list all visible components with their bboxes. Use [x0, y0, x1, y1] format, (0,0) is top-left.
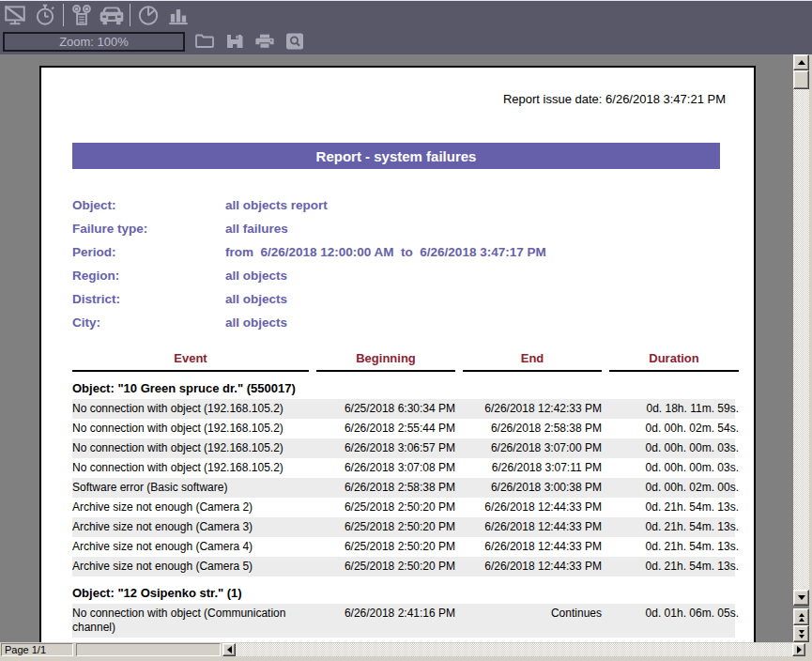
- table-row: No connection with object (192.168.105.2…: [72, 399, 735, 419]
- table-cell: Software error (Basic software): [72, 481, 309, 495]
- view-toolbar: Zoom: 100%: [0, 28, 812, 54]
- field-value: all objects: [225, 315, 287, 330]
- status-bar: Page 1/1: [0, 642, 812, 661]
- table-cell: Archive size not enough (Camera 3): [72, 520, 309, 534]
- table-cell: 6/25/2018 2:50:20 PM: [316, 540, 455, 554]
- status-panel: [76, 643, 221, 656]
- table-header-row: Event Beginning End Duration: [72, 350, 735, 372]
- report-view-area: Report issue date: 6/26/2018 3:47:21 PM …: [0, 54, 812, 642]
- down-arrow-icon: [798, 595, 805, 600]
- car-icon[interactable]: [97, 2, 127, 28]
- left-arrow-icon: [227, 646, 232, 653]
- report-issue-date: Report issue date: 6/26/2018 3:47:21 PM: [72, 92, 735, 107]
- table-cell: 6/26/2018 12:44:33 PM: [463, 560, 602, 574]
- stopwatch-icon[interactable]: [30, 2, 60, 28]
- table-row: Archive size not enough (Camera 4)6/25/2…: [72, 537, 735, 557]
- report-page: Report issue date: 6/26/2018 3:47:21 PM …: [39, 66, 756, 642]
- horizontal-scrollbar[interactable]: [222, 643, 805, 656]
- table-cell: 6/26/2018 12:42:33 PM: [463, 402, 602, 416]
- table-cell: 6/26/2018 2:55:44 PM: [316, 422, 455, 436]
- field-value: all objects report: [225, 198, 328, 212]
- table-cell: 6/26/2018 3:07:08 PM: [316, 461, 455, 475]
- field-value: from 6/26/2018 12:00:00 AM to 6/26/2018 …: [225, 245, 546, 259]
- up-arrow-icon: [798, 60, 805, 65]
- field-value: all objects: [225, 269, 287, 283]
- scroll-right-button[interactable]: [792, 643, 805, 656]
- field-label: Object:: [72, 198, 225, 212]
- table-cell: 6/25/2018 2:50:20 PM: [316, 520, 455, 534]
- report-title: Report - system failures: [316, 148, 477, 164]
- table-cell: 6/26/2018 3:07:00 PM: [463, 441, 602, 455]
- right-arrow-icon: [797, 646, 802, 653]
- display-icon[interactable]: [0, 2, 30, 28]
- group-header: Object: "12 Osipenko str." (1): [72, 582, 735, 604]
- report-title-band: Report - system failures: [72, 143, 720, 169]
- table-row: No connection with object (Communication…: [72, 604, 735, 638]
- table-cell: No connection with object (Communication…: [72, 607, 309, 635]
- table-cell: No connection with object (192.168.105.2…: [72, 402, 309, 416]
- table-cell: 0d. 18h. 11m. 59s.: [609, 402, 739, 416]
- table-cell: 6/26/2018 3:06:57 PM: [316, 441, 455, 455]
- table-cell: 0d. 01h. 06m. 05s.: [609, 607, 739, 635]
- table-cell: 6/25/2018 6:30:34 PM: [316, 402, 455, 416]
- column-header-duration: Duration: [609, 350, 739, 372]
- table-cell: 6/25/2018 2:50:20 PM: [316, 500, 455, 515]
- table-cell: Archive size not enough (Camera 5): [72, 560, 309, 574]
- table-cell: 6/26/2018 12:44:33 PM: [463, 540, 602, 554]
- field-value: all failures: [225, 222, 288, 236]
- table-cell: 0d. 21h. 54m. 13s.: [609, 520, 739, 534]
- table-cell: No connection with object (192.168.105.2…: [72, 441, 309, 455]
- search-icon[interactable]: [284, 28, 305, 54]
- bar-chart-icon[interactable]: [163, 2, 193, 28]
- table-cell: No connection with object (192.168.105.2…: [72, 422, 309, 436]
- double-up-icon: [799, 618, 804, 622]
- field-label: Region:: [72, 269, 225, 283]
- column-header-end: End: [463, 350, 602, 372]
- vertical-scrollbar[interactable]: [793, 54, 809, 642]
- table-cell: Archive size not enough (Camera 4): [72, 540, 309, 554]
- table-body: Object: "10 Green spruce dr." (550017)No…: [72, 377, 735, 642]
- table-cell: 0d. 00h. 02m. 54s.: [609, 422, 739, 436]
- table-cell: 0d. 00h. 00m. 03s.: [609, 441, 739, 455]
- field-label: Failure type:: [72, 222, 225, 236]
- table-cell: 6/26/2018 3:07:11 PM: [463, 461, 602, 475]
- table-cell: 6/26/2018 12:44:33 PM: [463, 500, 602, 515]
- field-label: City:: [72, 315, 225, 330]
- scroll-left-button[interactable]: [222, 643, 236, 656]
- table-row: No connection with object (192.168.105.2…: [72, 458, 735, 478]
- open-folder-icon[interactable]: [194, 28, 215, 54]
- vertical-scrollbar-thumb[interactable]: [793, 70, 809, 89]
- toolbar-separator: [63, 4, 64, 26]
- event-reel-icon[interactable]: [67, 2, 97, 28]
- vertical-scrollbar-track[interactable]: [793, 89, 809, 590]
- group-header: Object: "10 Green spruce dr." (550017): [72, 377, 735, 399]
- table-row: Archive size not enough (Camera 3)6/25/2…: [72, 517, 735, 537]
- report-viewer-window: Zoom: 100%: [0, 0, 812, 661]
- scroll-up-button[interactable]: [793, 54, 809, 70]
- horizontal-scrollbar-track[interactable]: [236, 643, 792, 656]
- table-row: Archive size not enough (Camera 5)6/25/2…: [72, 557, 735, 576]
- table-cell: 6/26/2018 2:58:38 PM: [316, 481, 455, 495]
- zoom-control[interactable]: Zoom: 100%: [3, 32, 185, 52]
- scroll-down-button[interactable]: [793, 590, 809, 606]
- pie-chart-icon[interactable]: [133, 2, 163, 28]
- table-cell: 0d. 21h. 54m. 13s.: [609, 540, 739, 554]
- double-down-icon: [799, 630, 804, 634]
- previous-page-button[interactable]: [793, 608, 809, 625]
- report-fields: Object:all objects report Failure type:a…: [72, 193, 735, 334]
- table-cell: 6/25/2018 2:50:20 PM: [316, 560, 455, 574]
- table-row: Archive size not enough (Camera 2)6/25/2…: [72, 498, 735, 517]
- field-label: District:: [72, 292, 225, 306]
- table-row: Software error (Basic software)6/26/2018…: [72, 478, 735, 498]
- table-cell: 0d. 21h. 54m. 13s.: [609, 500, 739, 515]
- save-icon[interactable]: [224, 28, 245, 54]
- next-page-button[interactable]: [793, 625, 809, 642]
- main-toolbar: [0, 0, 812, 28]
- toolbar-separator: [130, 4, 130, 26]
- table-row: No connection with object (192.168.105.2…: [72, 419, 735, 438]
- print-icon[interactable]: [254, 28, 275, 54]
- table-cell: 0d. 00h. 02m. 00s.: [609, 481, 739, 495]
- zoom-label: Zoom: 100%: [59, 35, 129, 49]
- table-cell: 6/26/2018 2:41:16 PM: [316, 607, 455, 635]
- table-cell: Continues: [463, 607, 602, 635]
